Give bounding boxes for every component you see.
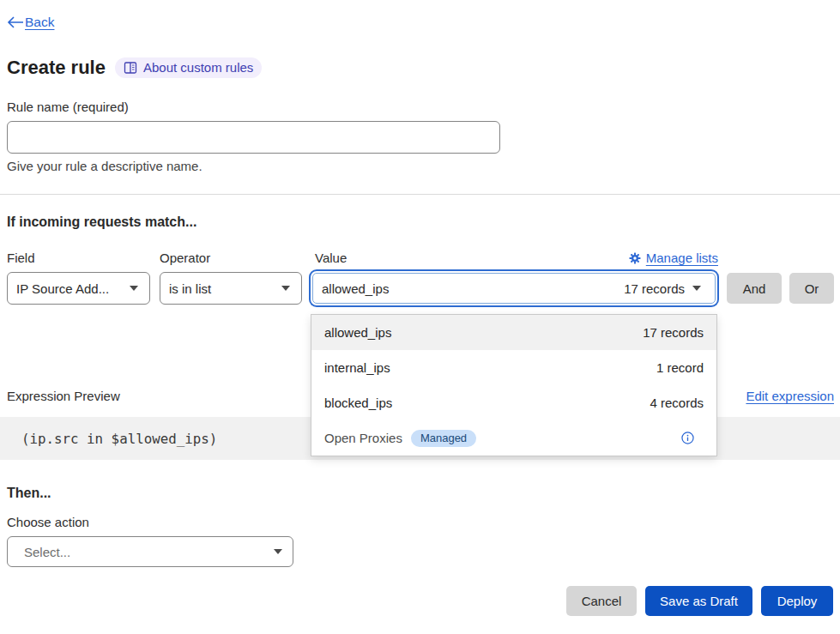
list-name: allowed_ips xyxy=(324,325,391,340)
manage-lists-label: Manage lists xyxy=(646,251,718,264)
deploy-button[interactable]: Deploy xyxy=(761,586,833,616)
value-dropdown-menu: allowed_ips 17 records internal_ips 1 re… xyxy=(311,314,717,456)
dropdown-item-open-proxies[interactable]: Open Proxies Managed xyxy=(311,420,716,456)
gear-icon xyxy=(629,252,641,264)
list-name: Open Proxies xyxy=(324,431,402,445)
value-select[interactable]: allowed_ips 17 records xyxy=(312,273,716,304)
dropdown-item-internal-ips[interactable]: internal_ips 1 record xyxy=(311,350,716,385)
chevron-down-icon xyxy=(274,549,282,554)
and-button[interactable]: And xyxy=(727,273,782,304)
value-select-count: 17 records xyxy=(624,281,685,296)
rule-name-helper: Give your rule a descriptive name. xyxy=(7,159,840,173)
page-title: Create rule xyxy=(7,57,106,79)
back-label: Back xyxy=(25,15,54,30)
value-label: Value xyxy=(315,251,347,264)
condition-builder-row: IP Source Add... is in list allowed_ips … xyxy=(0,269,840,307)
list-name: blocked_ips xyxy=(324,395,392,410)
section-divider xyxy=(0,194,840,195)
expression-preview-label: Expression Preview xyxy=(7,389,120,403)
operator-label: Operator xyxy=(160,251,210,264)
about-badge-label: About custom rules xyxy=(143,60,253,75)
operator-select[interactable]: is in list xyxy=(160,272,302,305)
match-section-heading: If incoming requests match... xyxy=(7,214,840,230)
footer-actions: Cancel Save as Draft Deploy xyxy=(0,586,833,616)
info-icon[interactable] xyxy=(681,432,694,444)
rule-name-label: Rule name (required) xyxy=(7,100,840,114)
book-icon xyxy=(124,61,137,75)
edit-expression-link[interactable]: Edit expression xyxy=(746,389,834,403)
manage-lists-link[interactable]: Manage lists xyxy=(629,251,718,264)
back-link[interactable]: Back xyxy=(7,15,54,30)
title-row: Create rule About custom rules xyxy=(7,57,840,79)
or-button[interactable]: Or xyxy=(789,273,834,304)
action-select[interactable]: Select... xyxy=(7,536,293,567)
action-select-placeholder: Select... xyxy=(24,545,70,559)
then-section-heading: Then... xyxy=(7,486,840,501)
dropdown-item-allowed-ips[interactable]: allowed_ips 17 records xyxy=(311,315,716,350)
field-label: Field xyxy=(7,251,35,264)
list-record-count: 17 records xyxy=(643,325,704,340)
list-record-count: 4 records xyxy=(650,395,704,410)
operator-select-value: is in list xyxy=(169,281,211,296)
chevron-down-icon xyxy=(692,286,701,291)
list-name: internal_ips xyxy=(324,360,390,375)
managed-badge: Managed xyxy=(411,430,476,447)
condition-labels-row: Field Operator Value Manage lists xyxy=(0,251,840,264)
about-custom-rules-badge[interactable]: About custom rules xyxy=(115,57,262,78)
chevron-down-icon xyxy=(281,286,290,291)
field-select-value: IP Source Add... xyxy=(16,281,109,296)
expression-code: (ip.src in $allowed_ips) xyxy=(21,431,217,447)
list-record-count: 1 record xyxy=(656,360,704,375)
dropdown-item-blocked-ips[interactable]: blocked_ips 4 records xyxy=(311,385,716,420)
back-arrow-icon xyxy=(7,16,24,28)
choose-action-label: Choose action xyxy=(7,515,840,529)
save-as-draft-button[interactable]: Save as Draft xyxy=(645,586,752,616)
value-select-name: allowed_ips xyxy=(322,281,389,296)
chevron-down-icon xyxy=(130,286,138,291)
field-select[interactable]: IP Source Add... xyxy=(7,272,150,305)
rule-name-input[interactable] xyxy=(7,121,500,154)
cancel-button[interactable]: Cancel xyxy=(566,586,637,616)
